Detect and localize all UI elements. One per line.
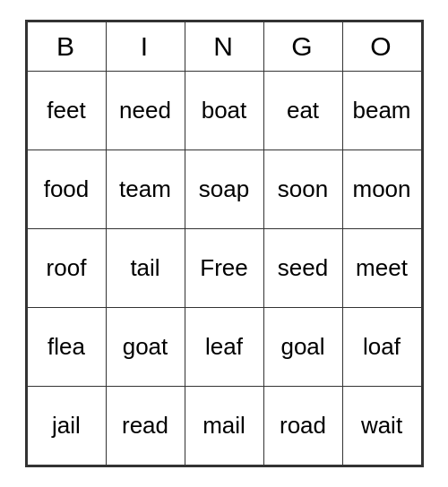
cell-r3-c4: seed bbox=[263, 229, 342, 308]
cell-r4-c1: flea bbox=[27, 308, 106, 387]
bingo-table: BINGO feetneedboateatbeamfoodteamsoapsoo… bbox=[27, 21, 422, 466]
cell-r2-c5: moon bbox=[342, 150, 421, 229]
table-row: foodteamsoapsoonmoon bbox=[27, 150, 421, 229]
table-row: feetneedboateatbeam bbox=[27, 72, 421, 150]
cell-r5-c4: road bbox=[263, 387, 342, 466]
cell-r2-c4: soon bbox=[263, 150, 342, 229]
header-col-o: O bbox=[342, 22, 421, 72]
cell-r5-c5: wait bbox=[342, 387, 421, 466]
cell-r3-c1: roof bbox=[27, 229, 106, 308]
cell-r4-c2: goat bbox=[106, 308, 185, 387]
cell-r3-c5: meet bbox=[342, 229, 421, 308]
cell-r2-c2: team bbox=[106, 150, 185, 229]
cell-r3-c2: tail bbox=[106, 229, 185, 308]
cell-r2-c1: food bbox=[27, 150, 106, 229]
cell-r1-c1: feet bbox=[27, 72, 106, 150]
cell-r3-c3: Free bbox=[185, 229, 263, 308]
cell-r2-c3: soap bbox=[185, 150, 263, 229]
table-row: jailreadmailroadwait bbox=[27, 387, 421, 466]
table-row: fleagoatleafgoalloaf bbox=[27, 308, 421, 387]
cell-r1-c4: eat bbox=[263, 72, 342, 150]
cell-r4-c5: loaf bbox=[342, 308, 421, 387]
cell-r1-c5: beam bbox=[342, 72, 421, 150]
cell-r4-c4: goal bbox=[263, 308, 342, 387]
table-row: rooftailFreeseedmeet bbox=[27, 229, 421, 308]
cell-r1-c3: boat bbox=[185, 72, 263, 150]
cell-r5-c3: mail bbox=[185, 387, 263, 466]
header-col-b: B bbox=[27, 22, 106, 72]
header-col-i: I bbox=[106, 22, 185, 72]
cell-r1-c2: need bbox=[106, 72, 185, 150]
header-row: BINGO bbox=[27, 22, 421, 72]
cell-r5-c1: jail bbox=[27, 387, 106, 466]
header-col-n: N bbox=[185, 22, 263, 72]
cell-r4-c3: leaf bbox=[185, 308, 263, 387]
bingo-card: BINGO feetneedboateatbeamfoodteamsoapsoo… bbox=[25, 20, 424, 467]
cell-r5-c2: read bbox=[106, 387, 185, 466]
header-col-g: G bbox=[263, 22, 342, 72]
